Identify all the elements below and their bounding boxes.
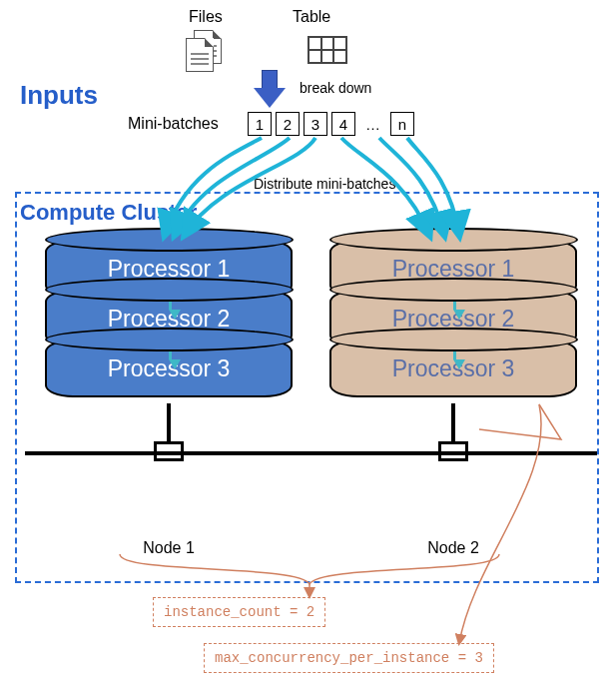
mini-batch-cell: 2 xyxy=(276,112,300,136)
mini-batch-n: n xyxy=(390,112,414,136)
mini-batch-cell: 4 xyxy=(331,112,355,136)
section-compute-cluster: Compute Cluster xyxy=(20,200,203,226)
files-label: Files xyxy=(189,8,223,26)
max-concurrency-annotation: max_concurrency_per_instance = 3 xyxy=(204,643,494,673)
mini-batches-label: Mini-batches xyxy=(128,115,219,133)
mini-batch-ellipsis: … xyxy=(359,116,386,133)
node-label: Node 2 xyxy=(329,539,577,557)
mini-batches-row: 1 2 3 4 … n xyxy=(248,112,414,136)
files-icon xyxy=(186,30,224,72)
node-label: Node 1 xyxy=(45,539,293,557)
node-2: Processor 1 Processor 2 Processor 3 Node… xyxy=(329,230,577,557)
mini-batch-cell: 1 xyxy=(248,112,272,136)
node-stand-icon xyxy=(329,403,577,483)
table-icon xyxy=(308,36,347,64)
mini-batch-cell: 3 xyxy=(304,112,327,136)
node-1: Processor 1 Processor 2 Processor 3 Node… xyxy=(45,230,293,557)
table-label: Table xyxy=(293,8,330,26)
node-stand-icon xyxy=(45,403,293,483)
section-inputs: Inputs xyxy=(20,80,98,111)
break-down-arrow-icon xyxy=(254,70,286,108)
break-down-label: break down xyxy=(300,80,371,96)
distribute-label: Distribute mini-batches xyxy=(254,176,395,192)
instance-count-annotation: instance_count = 2 xyxy=(153,597,325,627)
